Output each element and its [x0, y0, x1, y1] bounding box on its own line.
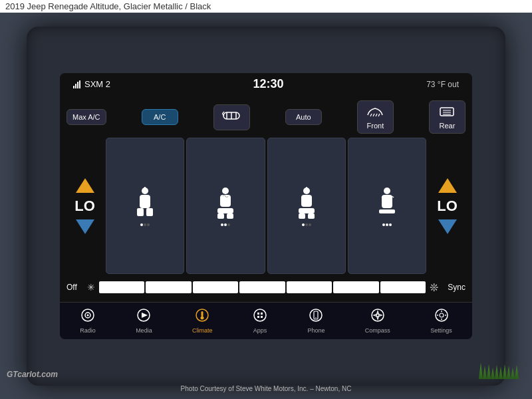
fan-speed-bar[interactable] — [99, 281, 426, 294]
vehicle-title: 2019 Jeep Renegade Altitude, Glacier Met… — [5, 1, 211, 11]
svg-marker-49 — [374, 314, 382, 317]
driver-heat-seat-button[interactable] — [186, 138, 265, 274]
driver-heat-dots — [221, 223, 230, 226]
svg-point-38 — [201, 317, 204, 320]
fan-seg-5[interactable] — [287, 281, 332, 293]
svg-rect-13 — [140, 195, 150, 208]
infotainment-screen: SXM 2 12:30 73 °F out Max A/C A/C — [60, 73, 472, 339]
nav-compass[interactable]: Compass — [360, 307, 396, 335]
svg-rect-14 — [137, 208, 144, 216]
fan-seg-6[interactable] — [333, 281, 378, 293]
nav-radio[interactable]: Radio — [74, 307, 101, 335]
auto-button[interactable]: Auto — [285, 109, 322, 125]
passenger-heat-icon — [295, 186, 319, 221]
svg-point-39 — [254, 309, 266, 321]
ac-label: A/C — [154, 113, 166, 121]
svg-rect-41 — [261, 313, 263, 315]
svg-rect-30 — [379, 209, 395, 213]
svg-line-6 — [376, 114, 377, 116]
svg-rect-40 — [257, 313, 259, 315]
nav-phone[interactable]: Phone — [302, 307, 330, 335]
ac-button[interactable]: A/C — [142, 109, 178, 125]
media-icon — [136, 308, 151, 326]
front-defrost-icon — [366, 104, 384, 120]
top-controls-row: Max A/C A/C — [66, 100, 466, 134]
radio-icon — [80, 308, 95, 326]
vent-mode-button[interactable] — [213, 104, 250, 130]
svg-point-17 — [222, 188, 229, 194]
svg-marker-48 — [376, 311, 379, 319]
fan-seg-2[interactable] — [146, 281, 191, 293]
rear-seat-heat-icon — [375, 186, 399, 221]
apps-icon — [253, 308, 267, 326]
nav-apps[interactable]: Apps — [247, 307, 273, 335]
nav-media[interactable]: Media — [130, 307, 158, 335]
gt-carlot-logo: GTcarlot.com — [7, 370, 58, 379]
left-up-arrow-icon — [76, 178, 94, 193]
right-temp-column: LO — [429, 138, 466, 274]
fan-icon-left: ✳ — [87, 282, 95, 293]
right-temp-display: LO — [437, 198, 458, 215]
svg-point-51 — [440, 313, 444, 317]
left-temp-up-button[interactable] — [70, 176, 100, 195]
nav-climate[interactable]: Climate — [187, 307, 218, 335]
svg-point-46 — [316, 317, 317, 319]
svg-rect-21 — [227, 213, 233, 219]
passenger-heat-dots — [302, 223, 311, 226]
status-left: SXM 2 — [73, 79, 110, 89]
climate-area: Max A/C A/C — [60, 95, 472, 302]
seat-controls — [106, 138, 426, 274]
rear-defrost-icon — [438, 104, 456, 120]
rear-heat-dots — [382, 223, 392, 226]
right-down-arrow-icon — [438, 219, 457, 234]
auto-label: Auto — [296, 113, 311, 121]
fan-seg-3[interactable] — [193, 281, 238, 293]
photo-credit: Photo Courtesy of Steve White Motors, In… — [0, 385, 532, 392]
sync-label: Sync — [442, 283, 466, 292]
front-defrost-button[interactable]: Front — [357, 100, 394, 134]
svg-point-33 — [86, 315, 88, 317]
svg-line-7 — [378, 114, 380, 116]
radio-label: Radio — [80, 327, 96, 334]
svg-rect-37 — [201, 311, 203, 317]
lumbar-dots — [140, 223, 150, 226]
svg-rect-20 — [217, 213, 224, 219]
driver-heat-icon — [213, 186, 237, 221]
apps-label: Apps — [253, 327, 267, 334]
fan-off-label: Off — [66, 283, 83, 292]
left-down-arrow-icon — [76, 219, 94, 234]
screen-bezel: SXM 2 12:30 73 °F out Max A/C A/C — [27, 27, 505, 386]
svg-rect-43 — [261, 316, 263, 318]
fan-seg-4[interactable] — [239, 281, 285, 293]
fan-seg-7[interactable] — [380, 281, 426, 293]
driver-lumbar-up-button[interactable] — [106, 138, 184, 274]
right-temp-down-button[interactable] — [433, 217, 462, 236]
max-ac-button[interactable]: Max A/C — [66, 109, 106, 125]
title-bar: 2019 Jeep Renegade Altitude, Glacier Met… — [0, 0, 532, 13]
fan-seg-1[interactable] — [99, 281, 144, 293]
svg-rect-26 — [308, 213, 315, 219]
svg-rect-42 — [257, 316, 259, 318]
svg-rect-23 — [301, 195, 312, 207]
svg-line-5 — [373, 114, 374, 116]
svg-rect-15 — [146, 208, 153, 216]
media-label: Media — [136, 327, 152, 334]
fan-speed-row: Off ✳ ❊ Sync — [66, 278, 466, 297]
max-ac-label: Max A/C — [72, 113, 100, 121]
settings-label: Settings — [430, 327, 452, 334]
passenger-heat-seat-button[interactable] — [267, 138, 346, 274]
phone-label: Phone — [307, 327, 325, 334]
nav-settings[interactable]: Settings — [425, 307, 458, 335]
rear-defrost-button[interactable]: Rear — [429, 100, 466, 134]
phone-icon — [309, 308, 323, 326]
front-label: Front — [367, 122, 384, 130]
fan-icon-right: ❊ — [430, 281, 438, 294]
rear-seat-heat-button[interactable] — [348, 138, 426, 274]
right-temp-up-button[interactable] — [433, 176, 462, 195]
left-temp-column: LO — [66, 138, 103, 274]
left-temp-down-button[interactable] — [70, 217, 100, 236]
settings-icon — [434, 308, 449, 326]
driver-lumbar-up-icon — [133, 186, 157, 221]
svg-line-4 — [370, 114, 372, 116]
middle-section: LO — [66, 138, 466, 274]
